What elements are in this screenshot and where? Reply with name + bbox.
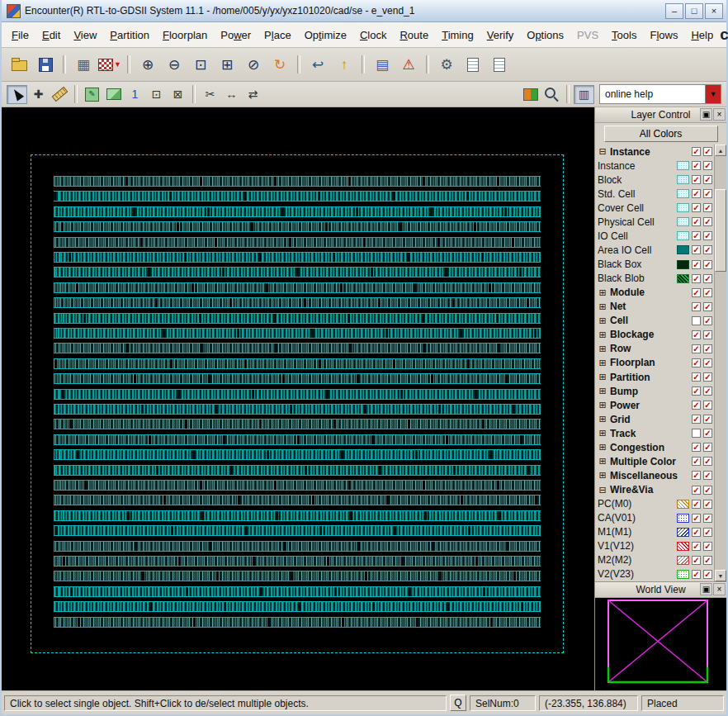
layer-row-pc-m0[interactable]: PC(M0)✓✓ [598,497,714,511]
floorplan-view-button[interactable]: ▦ [71,52,96,77]
selectability-checkbox[interactable]: ✓ [703,203,712,212]
visibility-checkbox[interactable]: ✓ [692,161,701,170]
menu-view[interactable]: View [67,25,103,45]
layer-row-io-cell[interactable]: IO Cell✓✓ [598,229,714,243]
selectability-checkbox[interactable]: ✓ [703,528,712,537]
selectability-checkbox[interactable]: ✓ [703,175,712,184]
layer-row-multiple-color[interactable]: ⊞Multiple Color✓✓ [598,454,714,468]
redraw-button[interactable]: ↻ [267,52,292,77]
visibility-checkbox[interactable]: ✓ [692,302,701,311]
layer-row-congestion[interactable]: ⊞Congestion✓✓ [598,440,714,454]
selectability-checkbox[interactable]: ✓ [703,500,712,509]
layer-row-black-blob[interactable]: Black Blob✓✓ [598,272,714,286]
selectability-checkbox[interactable]: ✓ [703,274,712,283]
world-view-canvas[interactable] [595,598,726,690]
swap-tool-button[interactable]: ⇄ [243,85,263,104]
measure-tool-button[interactable] [50,85,70,104]
menu-partition[interactable]: Partition [103,25,156,45]
up-hierarchy-button[interactable]: ↑ [332,52,357,77]
layer-row-floorplan[interactable]: ⊞Floorplan✓✓ [598,356,714,370]
violation-browser-button[interactable]: ⚠ [396,52,421,77]
selectability-checkbox[interactable]: ✓ [703,429,712,438]
menu-floorplan[interactable]: Floorplan [156,25,214,45]
scroll-down-button[interactable]: ▼ [715,570,726,581]
layer-scrollbar[interactable]: ▲ ▼ [714,145,726,581]
layer-row-block[interactable]: Block✓✓ [598,173,714,187]
visibility-checkbox[interactable] [692,316,701,325]
selectability-checkbox[interactable]: ✓ [703,372,712,382]
color-swatch[interactable] [677,161,689,170]
layer-row-area-io-cell[interactable]: Area IO Cell✓✓ [598,243,714,257]
collapse-icon[interactable]: ⊟ [598,486,607,495]
selectability-checkbox[interactable]: ✓ [703,542,712,551]
visibility-checkbox[interactable]: ✓ [692,570,701,579]
selectability-checkbox[interactable]: ✓ [703,161,712,170]
layer-row-v2-v23[interactable]: V2(V23)✓✓ [598,567,714,581]
undo-button[interactable]: ↩ [305,52,330,77]
selectability-checkbox[interactable]: ✓ [703,443,712,452]
menu-tools[interactable]: Tools [605,25,643,45]
expand-icon[interactable]: ⊞ [598,429,607,438]
visibility-checkbox[interactable]: ✓ [692,203,701,212]
color-swatch[interactable] [677,245,689,254]
selectability-checkbox[interactable]: ✓ [703,316,712,325]
color-swatch[interactable] [677,514,689,523]
color-swatch[interactable] [677,500,689,509]
visibility-checkbox[interactable]: ✓ [692,486,701,495]
selectability-checkbox[interactable]: ✓ [703,302,712,311]
expand-icon[interactable]: ⊞ [598,316,607,325]
layer-row-m1-m1[interactable]: M1(M1)✓✓ [598,525,714,539]
menu-optimize[interactable]: Optimize [298,25,353,45]
menu-file[interactable]: File [5,25,35,45]
selectability-checkbox[interactable]: ✓ [703,330,712,339]
color-swatch[interactable] [677,217,689,226]
layer-row-black-box[interactable]: Black Box✓✓ [598,258,714,272]
layer-row-module[interactable]: ⊞Module✓✓ [598,286,714,300]
zoom-in-button[interactable]: ⊕ [135,52,160,77]
expand-icon[interactable]: ⊞ [598,457,607,466]
menu-timing[interactable]: Timing [435,25,480,45]
selectability-checkbox[interactable]: ✓ [703,344,712,353]
visibility-checkbox[interactable]: ✓ [692,500,701,509]
menu-help[interactable]: Help [684,25,720,45]
selectability-checkbox[interactable]: ✓ [703,386,712,396]
selectability-checkbox[interactable]: ✓ [703,486,712,495]
menu-pvs[interactable]: PVS [570,25,605,45]
expand-icon[interactable]: ⊞ [598,415,607,424]
layer-row-net[interactable]: ⊞Net✓✓ [598,300,714,314]
selectability-checkbox[interactable]: ✓ [703,217,712,226]
selectability-checkbox[interactable]: ✓ [703,415,712,424]
select-tool-button[interactable] [7,85,27,104]
cut-tool-button[interactable]: ✂ [200,85,220,104]
expand-icon[interactable]: ⊞ [598,386,607,396]
snapshot-tool-button[interactable] [103,85,124,104]
layer-row-instance[interactable]: ⊟Instance✓✓ [598,145,714,159]
layer-row-miscellaneous[interactable]: ⊞Miscellaneous✓✓ [598,468,714,482]
tools-button[interactable]: ⚙ [434,52,459,77]
selectability-checkbox[interactable]: ✓ [703,231,712,240]
layer-row-instance[interactable]: Instance✓✓ [598,159,714,173]
expand-icon[interactable]: ⊞ [598,302,607,311]
color-swatch[interactable] [677,556,689,565]
visibility-checkbox[interactable]: ✓ [692,260,701,269]
layer-row-track[interactable]: ⊞Track✓ [598,426,714,440]
stretch-tool-button[interactable]: ↔ [221,85,242,104]
layer-row-m2-m2[interactable]: M2(M2)✓✓ [598,553,714,567]
open-design-button[interactable] [7,52,31,77]
menu-options[interactable]: Options [520,25,570,45]
visibility-checkbox[interactable]: ✓ [692,344,701,353]
expand-icon[interactable]: ⊞ [598,372,607,382]
selectability-checkbox[interactable]: ✓ [703,570,712,579]
design-browser-button[interactable]: ▤ [370,52,395,77]
menu-edit[interactable]: Edit [35,25,67,45]
selectability-checkbox[interactable]: ✓ [703,358,712,367]
combo-dropdown-button[interactable]: ▼ [705,85,721,103]
color-swatch[interactable] [677,260,689,269]
attribute-editor-button[interactable] [461,52,485,77]
layer-row-cover-cell[interactable]: Cover Cell✓✓ [598,201,714,215]
menu-clock[interactable]: Clock [353,25,394,45]
menu-verify[interactable]: Verify [480,25,521,45]
selectability-checkbox[interactable]: ✓ [703,245,712,254]
online-help-combo[interactable]: online help ▼ [599,84,721,104]
expand-icon[interactable]: ⊞ [598,288,607,297]
